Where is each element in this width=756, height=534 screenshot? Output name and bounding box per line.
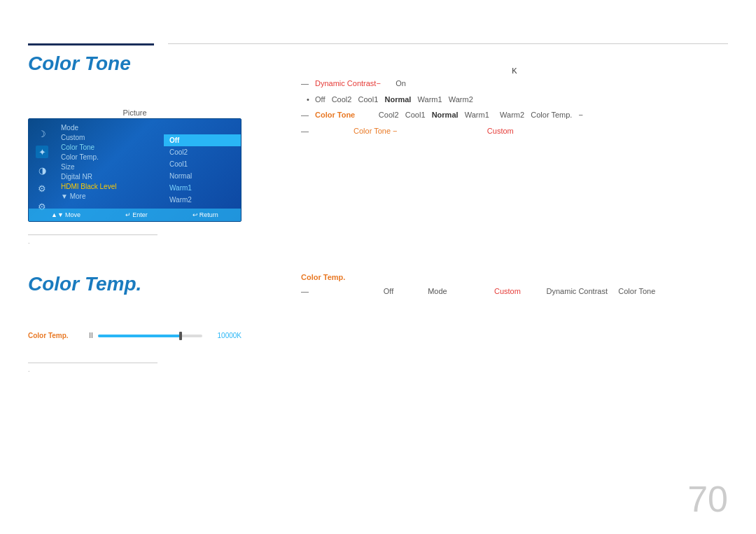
osd-move-label: Move xyxy=(65,211,80,218)
section-color-temp: Color Temp. xyxy=(28,273,141,295)
osd-move-icon: ▲▼ xyxy=(51,211,64,218)
color-tone-dash-label: Color Tone − xyxy=(354,127,397,135)
color-temp-desc-text: Off Mode Custom Dynamic Contrast Color T… xyxy=(315,286,655,298)
options-text: Off Cool2 Cool1 Normal Warm1 Warm2 xyxy=(315,94,473,106)
divider-label-2: . xyxy=(28,366,30,373)
right-content-bottom: Color Temp. ― Off Mode Custom Dynamic Co… xyxy=(301,273,728,298)
osd-sub-off: Off xyxy=(164,134,241,146)
color-temp-thumb xyxy=(179,332,182,340)
dash3: ― xyxy=(301,125,315,137)
dynamic-contrast-value: On xyxy=(396,79,406,87)
osd-nav-move: ▲▼ Move xyxy=(51,211,80,218)
osd-box: ☽ ✦ ◑ ⚙ ⚙ Mode Custom Color Tone Color T… xyxy=(28,118,241,222)
right-content-top: K ― Dynamic Contrast− On • Off Cool2 Coo… xyxy=(301,66,728,141)
color-tone-custom-text: Color Tone − Custom xyxy=(315,125,514,137)
osd-nav-return: ↩ Return xyxy=(192,211,218,218)
k-label: K xyxy=(301,66,728,75)
osd-icon-contrast: ◑ xyxy=(36,164,48,176)
color-temp-track xyxy=(98,335,202,337)
dynamic-contrast-bottom: Dynamic Contrast xyxy=(547,287,608,295)
mode-label-bottom: Mode xyxy=(428,287,447,295)
osd-return-icon: ↩ xyxy=(192,211,198,218)
osd-return-label: Return xyxy=(200,211,218,218)
bar-separator: II xyxy=(88,332,94,339)
dynamic-contrast-label: Dynamic Contrast− xyxy=(315,79,381,87)
osd-sub-warm1: Warm1 xyxy=(164,182,241,194)
section1-title: Color Tone xyxy=(28,52,131,75)
info-row-color-temp-desc: ― Off Mode Custom Dynamic Contrast Color… xyxy=(301,286,728,298)
dash4: ― xyxy=(301,286,315,298)
osd-enter-label: Enter xyxy=(132,211,148,218)
color-tone-options-text: Color Tone Cool2 Cool1 Normal Warm1 Warm… xyxy=(315,109,583,121)
osd-enter-icon: ↵ xyxy=(125,211,131,218)
osd-icon-brightness: ✦ xyxy=(36,146,48,158)
info-row-options: • Off Cool2 Cool1 Normal Warm1 Warm2 xyxy=(301,94,728,106)
color-temp-bar-label: Color Temp. xyxy=(28,332,84,339)
osd-picture-label: Picture xyxy=(28,108,241,117)
normal-option2: Normal xyxy=(432,111,458,119)
top-border-left xyxy=(28,43,154,45)
osd-sub-cool2: Cool2 xyxy=(164,146,241,158)
color-temp-off: Off xyxy=(384,287,393,295)
info-row-color-tone-custom: ― Color Tone − Custom xyxy=(301,125,728,137)
osd-nav-enter: ↵ Enter xyxy=(125,211,148,218)
osd-sub-normal: Normal xyxy=(164,170,241,182)
divider-label-1: . xyxy=(28,238,30,245)
section2-title: Color Temp. xyxy=(28,273,141,295)
info-row-color-tone-options: ― Color Tone Cool2 Cool1 Normal Warm1 Wa… xyxy=(301,109,728,121)
dash2: ― xyxy=(301,109,315,121)
dynamic-contrast-text: Dynamic Contrast− On xyxy=(315,78,406,90)
top-border-right xyxy=(168,43,728,44)
color-temp-right-title: Color Temp. xyxy=(301,273,728,281)
bullet-point: • xyxy=(301,94,315,106)
normal-option: Normal xyxy=(384,95,411,104)
dash1: ― xyxy=(301,78,315,90)
osd-icon-moon: ☽ xyxy=(36,127,48,140)
color-temp-bar-row: Color Temp. II 10000K xyxy=(28,332,241,339)
osd-bottom-bar: ▲▼ Move ↵ Enter ↩ Return xyxy=(29,209,241,221)
osd-menu-container: Picture ☽ ✦ ◑ ⚙ ⚙ Mode Custom Color Tone… xyxy=(28,108,241,217)
color-tone-label2: Color Tone xyxy=(315,111,355,119)
osd-icons-column: ☽ ✦ ◑ ⚙ ⚙ xyxy=(29,119,55,221)
info-row-dynamic-contrast: ― Dynamic Contrast− On xyxy=(301,78,728,90)
osd-submenu: Off Cool2 Cool1 Normal Warm1 Warm2 xyxy=(164,119,241,221)
divider-line-2 xyxy=(28,363,158,363)
osd-sub-warm2: Warm2 xyxy=(164,194,241,206)
osd-icon-gear: ⚙ xyxy=(36,182,48,195)
osd-color-temp-container: Color Temp. II 10000K xyxy=(28,329,241,339)
color-temp-bar-value: 10000K xyxy=(206,332,241,339)
custom-value: Custom xyxy=(487,127,514,135)
page-number: 70 xyxy=(687,478,728,520)
color-tone-bottom: Color Tone xyxy=(618,287,655,295)
color-temp-fill xyxy=(98,335,181,337)
osd-sub-cool1: Cool1 xyxy=(164,158,241,170)
section-color-tone: Color Tone xyxy=(28,52,131,75)
custom-value-bottom: Custom xyxy=(494,287,521,295)
divider-line-1 xyxy=(28,234,158,235)
